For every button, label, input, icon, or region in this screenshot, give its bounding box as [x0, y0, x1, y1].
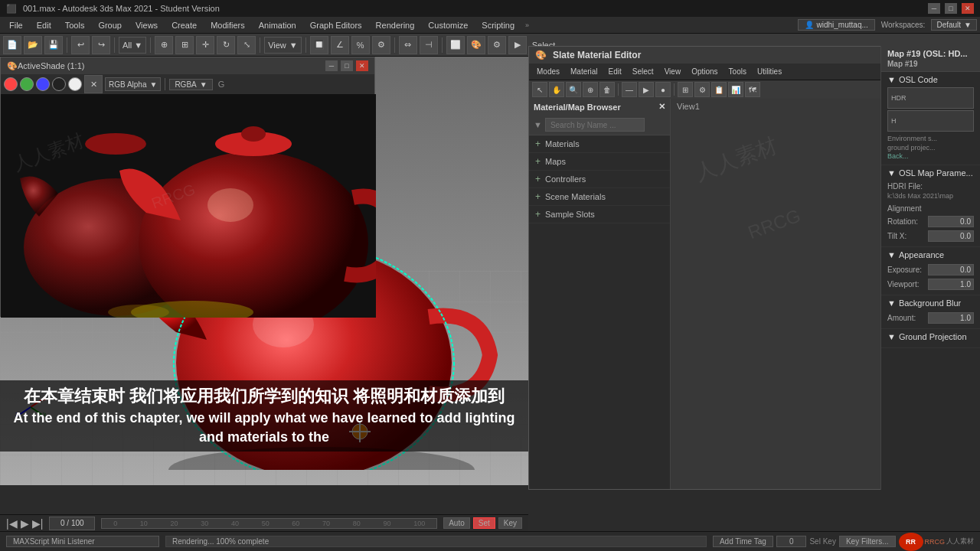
auto-key-btn[interactable]: Auto	[443, 517, 470, 529]
slate-zoomex-btn[interactable]: ⊕	[583, 82, 598, 97]
as-close-color-btn[interactable]: ✕	[84, 75, 103, 93]
minimize-btn[interactable]: ─	[928, 3, 940, 14]
osl-params-collapse-icon[interactable]: ▼	[887, 168, 896, 178]
menu-rendering[interactable]: Rendering	[370, 19, 421, 31]
slate-menu-edit[interactable]: Edit	[604, 67, 626, 77]
slate-pan-btn[interactable]: ✋	[549, 82, 564, 97]
menu-modifiers[interactable]: Modifiers	[204, 19, 251, 31]
frame-input[interactable]: 0	[776, 536, 807, 547]
prev-frame-btn[interactable]: |◀	[6, 517, 18, 530]
spinner-snap-btn[interactable]: ⚙	[372, 36, 390, 54]
color-blue[interactable]	[36, 77, 50, 91]
angle-snap-btn[interactable]: ∠	[331, 36, 349, 54]
mirror-btn[interactable]: ⇔	[399, 36, 417, 54]
as-maximize-btn[interactable]: □	[341, 60, 353, 71]
rgba-select[interactable]: RGBA ▼	[169, 79, 212, 90]
appearance-collapse-icon[interactable]: ▼	[887, 250, 896, 259]
close-btn[interactable]: ✕	[962, 3, 974, 14]
rotate-btn[interactable]: ↻	[217, 36, 235, 54]
slate-options-btn[interactable]: ⚙	[694, 82, 710, 97]
as-minimize-btn[interactable]: ─	[325, 60, 338, 71]
channel-select[interactable]: RGB Alpha ▼	[105, 77, 161, 91]
back-link[interactable]: Back...	[887, 152, 909, 160]
menu-views[interactable]: Views	[129, 19, 164, 31]
section-maps[interactable]: + Maps	[529, 153, 670, 171]
view-dropdown[interactable]: View ▼	[264, 37, 302, 54]
slate-params-btn[interactable]: 📊	[728, 82, 743, 97]
undo-btn[interactable]: ↩	[71, 36, 90, 54]
key-mode-btn[interactable]: Key	[498, 517, 522, 529]
slate-nav-btn[interactable]: 🗺	[745, 82, 760, 97]
slate-wire-btn[interactable]: —	[622, 82, 637, 97]
slate-menu-select[interactable]: Select	[628, 67, 658, 77]
menu-graph-editors[interactable]: Graph Editors	[304, 19, 368, 31]
slate-menu-material[interactable]: Material	[566, 67, 603, 77]
slate-render-btn[interactable]: ▶	[639, 82, 654, 97]
slate-menu-view[interactable]: View	[660, 67, 686, 77]
add-time-tag-btn[interactable]: Add Time Tag	[713, 536, 773, 547]
section-materials[interactable]: + Materials	[529, 135, 670, 153]
color-white[interactable]	[68, 77, 82, 91]
section-sample-slots[interactable]: + Sample Slots	[529, 206, 670, 223]
section-scene-materials[interactable]: + Scene Materials	[529, 188, 670, 206]
render-btn[interactable]: ▶	[508, 36, 527, 54]
menu-create[interactable]: Create	[165, 19, 203, 31]
menu-file[interactable]: File	[3, 19, 29, 31]
slate-menu-tools[interactable]: Tools	[724, 67, 751, 77]
slate-browser-btn[interactable]: 📋	[711, 82, 727, 97]
percent-snap-btn[interactable]: %	[351, 36, 370, 54]
select-btn[interactable]: ⊕	[155, 36, 173, 54]
material-editor-btn[interactable]: 🎨	[467, 36, 485, 54]
slate-layout-btn[interactable]: ⊞	[678, 82, 693, 97]
menu-tools[interactable]: Tools	[59, 19, 91, 31]
browser-close-btn[interactable]: ✕	[658, 102, 665, 112]
menu-customize[interactable]: Customize	[422, 19, 474, 31]
tilt-x-input[interactable]	[928, 230, 974, 242]
exposure-input[interactable]	[928, 264, 974, 276]
slate-zoom-btn[interactable]: 🔍	[566, 82, 581, 97]
layer-mgr-btn[interactable]: ⬜	[446, 36, 465, 54]
frame-counter[interactable]: 0 / 100	[49, 517, 95, 530]
osl-code-collapse-icon[interactable]: ▼	[887, 75, 896, 84]
maximize-btn[interactable]: □	[945, 3, 957, 14]
move-btn[interactable]: ✛	[196, 36, 214, 54]
key-filters-btn[interactable]: Key Filters...	[839, 536, 896, 547]
maxscript-listener[interactable]: MAXScript Mini Listener	[6, 536, 159, 547]
section-controllers[interactable]: + Controllers	[529, 171, 670, 188]
select-filter-dropdown[interactable]: All ▼	[119, 37, 146, 54]
slate-del-btn[interactable]: 🗑	[599, 82, 615, 97]
timeline-track[interactable]: 0102030405060708090100	[101, 518, 437, 529]
title-bar-controls[interactable]: ─ □ ✕	[928, 3, 974, 14]
user-dropdown[interactable]: 👤 widhi_muttaq...	[798, 19, 875, 31]
redo-btn[interactable]: ↪	[92, 36, 110, 54]
render-setup-btn[interactable]: ⚙	[488, 36, 506, 54]
menu-scripting[interactable]: Scripting	[475, 19, 521, 31]
slate-menu-options[interactable]: Options	[687, 67, 722, 77]
play-btn[interactable]: ▶	[21, 517, 29, 530]
slate-mat-sphere-btn[interactable]: ●	[655, 82, 671, 97]
set-key-btn[interactable]: Set	[473, 517, 495, 529]
snap-btn[interactable]: 🔲	[310, 36, 328, 54]
slate-select-btn[interactable]: ↖	[532, 82, 547, 97]
color-red[interactable]	[4, 77, 18, 91]
menu-animation[interactable]: Animation	[253, 19, 302, 31]
activeshade-window[interactable]: 🎨 ActiveShade (1:1) ─ □ ✕ ✕ RGB Alpha ▼ …	[0, 57, 375, 317]
view-panel[interactable]: View1 人人素材 RRCG	[671, 99, 903, 489]
color-green[interactable]	[20, 77, 34, 91]
color-black[interactable]	[52, 77, 66, 91]
next-frame-btn[interactable]: ▶|	[32, 517, 44, 530]
slate-menu-modes[interactable]: Modes	[532, 67, 564, 77]
menu-group[interactable]: Group	[92, 19, 128, 31]
amount-input[interactable]	[928, 312, 974, 324]
viewport-input[interactable]	[928, 279, 974, 290]
new-scene-btn[interactable]: 📄	[3, 36, 21, 54]
open-btn[interactable]: 📂	[24, 36, 42, 54]
menu-more-arrow[interactable]: »	[525, 21, 529, 29]
select-region-btn[interactable]: ⊞	[175, 36, 194, 54]
rotation-input[interactable]	[928, 216, 974, 227]
workspaces-dropdown[interactable]: Default ▼	[931, 19, 977, 31]
as-close-btn[interactable]: ✕	[356, 60, 368, 71]
search-input[interactable]	[545, 118, 645, 132]
bg-blur-collapse-icon[interactable]: ▼	[887, 298, 896, 308]
activeshade-controls[interactable]: ─ □ ✕	[325, 60, 368, 71]
